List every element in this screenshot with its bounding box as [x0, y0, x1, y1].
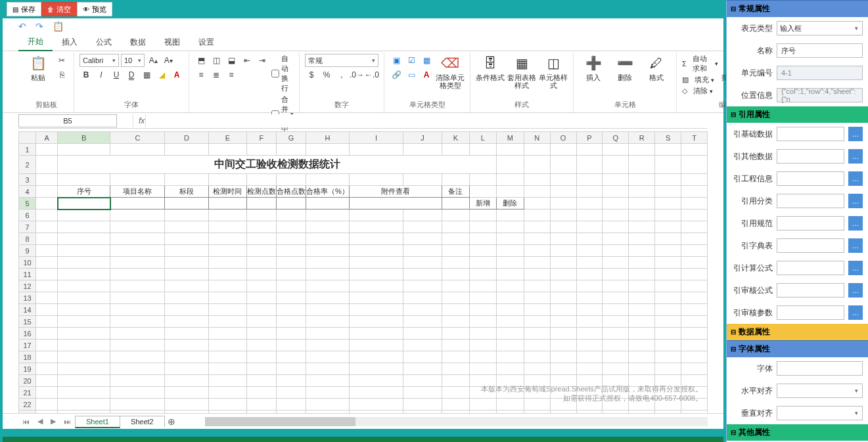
cell[interactable] [165, 174, 208, 186]
cell[interactable] [208, 340, 246, 351]
cell[interactable] [36, 340, 58, 351]
cell[interactable] [469, 144, 497, 156]
sheet-nav-first[interactable]: ⏮ [18, 418, 34, 426]
cell[interactable] [349, 316, 403, 328]
cell-style-button[interactable]: ◫单元格样式 [539, 54, 568, 89]
cell[interactable] [497, 316, 524, 328]
ref-browse-4[interactable]: … [848, 216, 863, 231]
cell[interactable] [110, 233, 165, 245]
undo-button[interactable]: ↶ [18, 21, 26, 32]
cell[interactable] [276, 399, 306, 410]
cell[interactable] [110, 363, 165, 375]
celltype-c-icon[interactable]: ▦ [420, 54, 433, 67]
cell[interactable] [276, 174, 306, 186]
cell[interactable] [246, 363, 276, 375]
input-cell-1[interactable] [110, 198, 165, 210]
cell[interactable] [576, 280, 603, 292]
cell[interactable] [469, 269, 497, 280]
cell[interactable] [110, 399, 165, 410]
col-header-A[interactable]: A [36, 132, 58, 144]
paste-button[interactable]: 📋 粘贴 [24, 54, 53, 81]
cell[interactable] [655, 221, 681, 233]
cell[interactable] [655, 304, 681, 316]
col-header-C[interactable]: C [110, 132, 165, 144]
cell[interactable] [246, 233, 276, 245]
col-header-R[interactable]: R [629, 132, 655, 144]
celltype-d-icon[interactable]: 🔗 [390, 68, 403, 81]
cell[interactable] [165, 210, 208, 221]
cell[interactable] [165, 221, 208, 233]
cell[interactable] [442, 351, 470, 363]
cell[interactable] [655, 174, 681, 186]
fill-color-button[interactable]: ◢ [155, 68, 168, 81]
cell[interactable] [403, 328, 442, 340]
cell[interactable] [165, 340, 208, 351]
cell[interactable] [442, 292, 470, 304]
halign-select[interactable] [777, 384, 863, 398]
cell[interactable] [403, 269, 442, 280]
cell[interactable] [576, 144, 603, 156]
celltype-b-icon[interactable]: ☑ [405, 54, 418, 67]
insert-cells-button[interactable]: ➕插入 [579, 54, 608, 81]
ref-browse-0[interactable]: … [848, 127, 863, 141]
cell[interactable] [36, 351, 58, 363]
add-row-button[interactable]: 新增 [469, 198, 497, 210]
cell[interactable] [208, 221, 246, 233]
cell[interactable] [36, 363, 58, 375]
cell[interactable] [403, 363, 442, 375]
cell[interactable] [629, 292, 655, 304]
cell[interactable] [524, 292, 550, 304]
cell[interactable] [36, 328, 58, 340]
align-center-button[interactable]: ≣ [210, 68, 223, 81]
cell[interactable] [276, 340, 306, 351]
cell[interactable] [208, 363, 246, 375]
cell[interactable] [306, 174, 349, 186]
cell[interactable] [497, 363, 524, 375]
cell[interactable] [246, 340, 276, 351]
col-header-K[interactable]: K [442, 132, 470, 144]
cell[interactable] [497, 245, 524, 257]
cell[interactable] [550, 280, 576, 292]
cell[interactable] [110, 245, 165, 257]
row-header-2[interactable]: 2 [19, 156, 36, 174]
cell[interactable] [403, 316, 442, 328]
align-middle-button[interactable]: ◫ [210, 54, 223, 67]
cell[interactable] [576, 316, 603, 328]
cell[interactable] [469, 292, 497, 304]
cell[interactable] [165, 351, 208, 363]
cell[interactable] [58, 399, 110, 410]
cell[interactable] [276, 245, 306, 257]
cell[interactable] [403, 245, 442, 257]
cell[interactable] [349, 269, 403, 280]
cell[interactable] [629, 363, 655, 375]
col-header-D[interactable]: D [165, 132, 208, 144]
cell[interactable] [603, 233, 629, 245]
cell[interactable] [629, 174, 655, 186]
cell[interactable] [524, 233, 550, 245]
cell[interactable] [349, 363, 403, 375]
cell[interactable] [208, 257, 246, 269]
cell[interactable] [603, 304, 629, 316]
cell[interactable] [165, 410, 208, 414]
cell[interactable] [550, 245, 576, 257]
cell[interactable] [524, 257, 550, 269]
cell[interactable] [629, 340, 655, 351]
indent-button[interactable]: ⇥ [256, 54, 269, 67]
cell[interactable] [110, 375, 165, 387]
cell[interactable] [497, 304, 524, 316]
ribbon-tab-2[interactable]: 公式 [87, 34, 121, 51]
table-style-button[interactable]: ▦套用表格样式 [507, 54, 536, 89]
clear-celltype-button[interactable]: ⌫ 清除单元格类型 [436, 54, 465, 89]
comma-button[interactable]: , [335, 68, 348, 81]
ref-browse-5[interactable]: … [848, 238, 863, 253]
cell[interactable] [246, 269, 276, 280]
cell[interactable] [403, 340, 442, 351]
cell[interactable] [349, 304, 403, 316]
cell[interactable] [550, 304, 576, 316]
row-header-4[interactable]: 4 [19, 186, 36, 198]
cell[interactable] [110, 316, 165, 328]
row-header-9[interactable]: 9 [19, 245, 36, 257]
cell[interactable] [524, 144, 550, 156]
cell[interactable] [603, 387, 629, 399]
cell[interactable] [655, 340, 681, 351]
